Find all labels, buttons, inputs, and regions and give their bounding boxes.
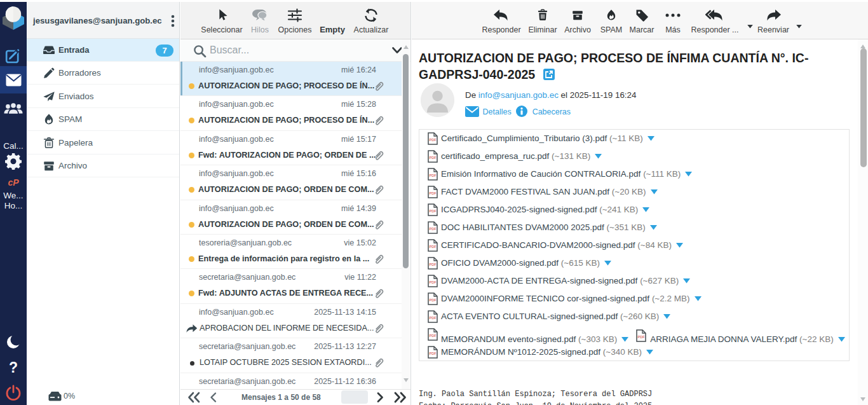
svg-text:PDF: PDF [430,316,437,320]
svg-text:PDF: PDF [430,227,437,231]
svg-text:PDF: PDF [430,263,437,266]
svg-text:PDF: PDF [430,209,437,213]
svg-text:PDF: PDF [430,191,437,195]
svg-text:PDF: PDF [638,335,646,339]
svg-text:PDF: PDF [430,174,437,177]
svg-text:PDF: PDF [430,352,437,355]
svg-text:PDF: PDF [430,334,437,338]
svg-text:PDF: PDF [430,280,437,284]
svg-text:PDF: PDF [430,298,437,302]
svg-text:PDF: PDF [430,156,437,160]
svg-text:PDF: PDF [430,245,437,249]
svg-text:PDF: PDF [430,138,437,142]
